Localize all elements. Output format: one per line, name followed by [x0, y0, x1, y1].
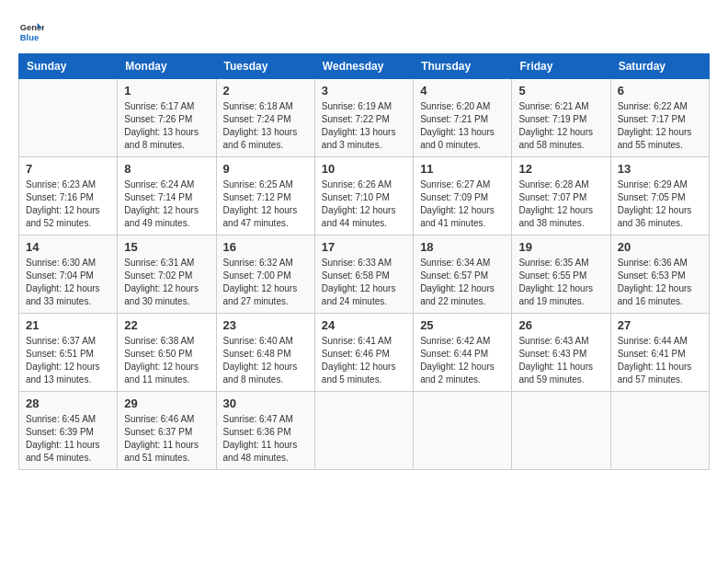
page-header: General Blue	[18, 18, 710, 44]
weekday-header: Tuesday	[216, 54, 314, 79]
day-number: 22	[124, 318, 209, 332]
day-info: Sunrise: 6:40 AMSunset: 6:48 PMDaylight:…	[223, 335, 308, 386]
calendar-cell	[610, 392, 709, 470]
day-number: 30	[223, 396, 308, 410]
day-info: Sunrise: 6:30 AMSunset: 7:04 PMDaylight:…	[26, 257, 110, 308]
day-number: 20	[618, 240, 702, 254]
day-number: 23	[223, 318, 308, 332]
day-info: Sunrise: 6:46 AMSunset: 6:37 PMDaylight:…	[124, 413, 209, 465]
calendar-cell	[314, 392, 413, 470]
day-number: 28	[26, 396, 110, 410]
weekday-header: Saturday	[610, 54, 709, 79]
day-number: 3	[322, 84, 406, 98]
day-number: 15	[124, 240, 209, 254]
day-number: 11	[420, 162, 505, 176]
day-number: 1	[124, 84, 209, 98]
calendar-cell: 22Sunrise: 6:38 AMSunset: 6:50 PMDayligh…	[118, 314, 216, 392]
calendar-cell: 3Sunrise: 6:19 AMSunset: 7:22 PMDaylight…	[314, 79, 413, 157]
calendar-cell: 14Sunrise: 6:30 AMSunset: 7:04 PMDayligh…	[19, 236, 118, 314]
calendar-cell: 8Sunrise: 6:24 AMSunset: 7:14 PMDaylight…	[118, 157, 216, 236]
calendar-cell: 2Sunrise: 6:18 AMSunset: 7:24 PMDaylight…	[216, 79, 314, 157]
calendar-cell: 13Sunrise: 6:29 AMSunset: 7:05 PMDayligh…	[610, 157, 709, 236]
calendar-cell: 21Sunrise: 6:37 AMSunset: 6:51 PMDayligh…	[19, 314, 118, 392]
calendar-week-row: 14Sunrise: 6:30 AMSunset: 7:04 PMDayligh…	[19, 236, 710, 314]
day-info: Sunrise: 6:33 AMSunset: 6:58 PMDaylight:…	[322, 257, 406, 308]
day-number: 6	[618, 84, 702, 98]
day-info: Sunrise: 6:37 AMSunset: 6:51 PMDaylight:…	[26, 335, 110, 386]
calendar-cell: 6Sunrise: 6:22 AMSunset: 7:17 PMDaylight…	[610, 79, 709, 157]
calendar-cell: 15Sunrise: 6:31 AMSunset: 7:02 PMDayligh…	[118, 236, 216, 314]
calendar-cell: 24Sunrise: 6:41 AMSunset: 6:46 PMDayligh…	[314, 314, 413, 392]
day-number: 7	[26, 162, 110, 176]
day-number: 5	[518, 84, 603, 98]
weekday-header: Friday	[512, 54, 610, 79]
day-number: 14	[26, 240, 110, 254]
calendar-cell: 11Sunrise: 6:27 AMSunset: 7:09 PMDayligh…	[414, 157, 512, 236]
day-info: Sunrise: 6:32 AMSunset: 7:00 PMDaylight:…	[223, 257, 308, 308]
calendar-week-row: 28Sunrise: 6:45 AMSunset: 6:39 PMDayligh…	[19, 392, 710, 470]
calendar-cell	[19, 79, 118, 157]
day-number: 12	[518, 162, 603, 176]
day-number: 25	[420, 318, 505, 332]
day-info: Sunrise: 6:36 AMSunset: 6:53 PMDaylight:…	[618, 257, 702, 308]
calendar-cell: 5Sunrise: 6:21 AMSunset: 7:19 PMDaylight…	[512, 79, 610, 157]
day-info: Sunrise: 6:23 AMSunset: 7:16 PMDaylight:…	[26, 178, 110, 230]
calendar-cell: 4Sunrise: 6:20 AMSunset: 7:21 PMDaylight…	[414, 79, 512, 157]
weekday-header: Sunday	[19, 54, 118, 79]
day-info: Sunrise: 6:42 AMSunset: 6:44 PMDaylight:…	[420, 335, 505, 386]
day-number: 8	[124, 162, 209, 176]
day-info: Sunrise: 6:41 AMSunset: 6:46 PMDaylight:…	[322, 335, 406, 386]
calendar-cell: 18Sunrise: 6:34 AMSunset: 6:57 PMDayligh…	[414, 236, 512, 314]
day-number: 13	[618, 162, 702, 176]
day-number: 19	[518, 240, 603, 254]
day-info: Sunrise: 6:22 AMSunset: 7:17 PMDaylight:…	[618, 100, 702, 152]
day-info: Sunrise: 6:45 AMSunset: 6:39 PMDaylight:…	[26, 413, 110, 465]
day-info: Sunrise: 6:24 AMSunset: 7:14 PMDaylight:…	[124, 178, 209, 230]
weekday-header: Wednesday	[314, 54, 413, 79]
calendar-cell: 10Sunrise: 6:26 AMSunset: 7:10 PMDayligh…	[314, 157, 413, 236]
calendar-cell: 12Sunrise: 6:28 AMSunset: 7:07 PMDayligh…	[512, 157, 610, 236]
calendar-cell: 9Sunrise: 6:25 AMSunset: 7:12 PMDaylight…	[216, 157, 314, 236]
day-number: 21	[26, 318, 110, 332]
calendar-cell: 7Sunrise: 6:23 AMSunset: 7:16 PMDaylight…	[19, 157, 118, 236]
logo: General Blue	[18, 18, 44, 44]
day-info: Sunrise: 6:18 AMSunset: 7:24 PMDaylight:…	[223, 100, 308, 152]
calendar-cell: 28Sunrise: 6:45 AMSunset: 6:39 PMDayligh…	[19, 392, 118, 470]
calendar-week-row: 1Sunrise: 6:17 AMSunset: 7:26 PMDaylight…	[19, 79, 710, 157]
calendar-week-row: 7Sunrise: 6:23 AMSunset: 7:16 PMDaylight…	[19, 157, 710, 236]
day-number: 9	[223, 162, 308, 176]
calendar-cell	[414, 392, 512, 470]
day-number: 16	[223, 240, 308, 254]
calendar-table: SundayMondayTuesdayWednesdayThursdayFrid…	[18, 53, 710, 470]
weekday-header: Thursday	[414, 54, 512, 79]
day-number: 4	[420, 84, 505, 98]
calendar-cell: 29Sunrise: 6:46 AMSunset: 6:37 PMDayligh…	[118, 392, 216, 470]
day-info: Sunrise: 6:19 AMSunset: 7:22 PMDaylight:…	[322, 100, 406, 152]
calendar-cell: 1Sunrise: 6:17 AMSunset: 7:26 PMDaylight…	[118, 79, 216, 157]
day-number: 18	[420, 240, 505, 254]
day-number: 10	[322, 162, 406, 176]
day-info: Sunrise: 6:47 AMSunset: 6:36 PMDaylight:…	[223, 413, 308, 465]
day-number: 2	[223, 84, 308, 98]
day-info: Sunrise: 6:35 AMSunset: 6:55 PMDaylight:…	[518, 257, 603, 308]
calendar-cell: 27Sunrise: 6:44 AMSunset: 6:41 PMDayligh…	[610, 314, 709, 392]
calendar-cell: 23Sunrise: 6:40 AMSunset: 6:48 PMDayligh…	[216, 314, 314, 392]
day-info: Sunrise: 6:25 AMSunset: 7:12 PMDaylight:…	[223, 178, 308, 230]
weekday-header-row: SundayMondayTuesdayWednesdayThursdayFrid…	[19, 54, 710, 79]
weekday-header: Monday	[118, 54, 216, 79]
day-info: Sunrise: 6:21 AMSunset: 7:19 PMDaylight:…	[518, 100, 603, 152]
day-info: Sunrise: 6:43 AMSunset: 6:43 PMDaylight:…	[518, 335, 603, 386]
calendar-cell: 25Sunrise: 6:42 AMSunset: 6:44 PMDayligh…	[414, 314, 512, 392]
day-info: Sunrise: 6:26 AMSunset: 7:10 PMDaylight:…	[322, 178, 406, 230]
calendar-cell: 19Sunrise: 6:35 AMSunset: 6:55 PMDayligh…	[512, 236, 610, 314]
day-info: Sunrise: 6:31 AMSunset: 7:02 PMDaylight:…	[124, 257, 209, 308]
day-info: Sunrise: 6:17 AMSunset: 7:26 PMDaylight:…	[124, 100, 209, 152]
day-number: 17	[322, 240, 406, 254]
day-info: Sunrise: 6:34 AMSunset: 6:57 PMDaylight:…	[420, 257, 505, 308]
day-number: 27	[618, 318, 702, 332]
day-number: 24	[322, 318, 406, 332]
day-info: Sunrise: 6:44 AMSunset: 6:41 PMDaylight:…	[618, 335, 702, 386]
day-number: 26	[518, 318, 603, 332]
day-info: Sunrise: 6:38 AMSunset: 6:50 PMDaylight:…	[124, 335, 209, 386]
day-number: 29	[124, 396, 209, 410]
